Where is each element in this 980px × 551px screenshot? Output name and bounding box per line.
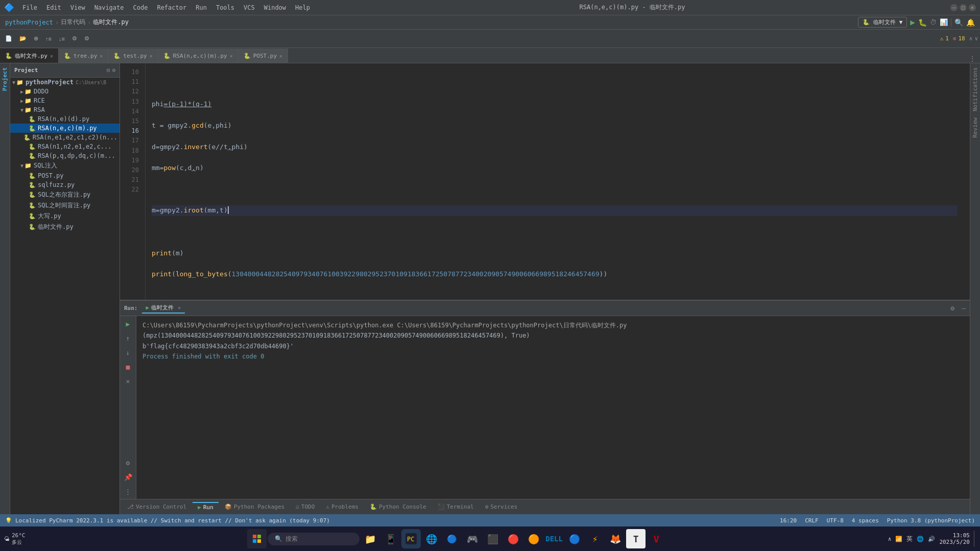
- editor-content[interactable]: 10 11 12 13 14 15 16 17 18 19 20 21 22 p…: [120, 63, 970, 300]
- tree-item-sqlboolean[interactable]: 🐍 SQL之布尔盲注.py: [10, 189, 119, 200]
- menu-navigate[interactable]: Navigate: [90, 3, 128, 12]
- toolbar-settings[interactable]: ⚙: [69, 34, 80, 43]
- toolbar-new-file[interactable]: 📄: [2, 34, 15, 43]
- minimize-button[interactable]: —: [950, 4, 958, 11]
- taskbar-pycharm[interactable]: PC: [401, 529, 421, 548]
- run-tab-close[interactable]: ✕: [178, 305, 181, 310]
- tab-post[interactable]: 🐍 POST.py ✕: [238, 49, 288, 63]
- scroll-down-icon[interactable]: ∨: [974, 35, 978, 42]
- menu-help[interactable]: Help: [291, 3, 314, 12]
- tab-tree[interactable]: 🐍 tree.py ✕: [59, 49, 108, 63]
- scroll-up-icon[interactable]: ∧: [969, 35, 973, 42]
- close-button[interactable]: ✕: [969, 4, 976, 11]
- tree-item-rsa-ne1e2[interactable]: 🐍 RSA(n,e1,e2,c1,c2)(n...: [10, 133, 119, 142]
- tab-linshibenjian[interactable]: 🐍 临时文件.py ✕: [0, 49, 59, 63]
- menu-vcs[interactable]: VCS: [240, 3, 259, 12]
- tree-item-sqltime[interactable]: 🐍 SQL之时间盲注.py: [10, 200, 119, 211]
- maximize-button[interactable]: □: [960, 4, 967, 11]
- tab-todo[interactable]: ☑ TODO: [291, 502, 320, 511]
- review-side-icon[interactable]: Review: [972, 115, 978, 140]
- charset-status[interactable]: UTF-8: [827, 517, 844, 524]
- tab-version-control[interactable]: ⎇ Version Control: [122, 502, 192, 511]
- debug-button[interactable]: 🐛: [918, 18, 927, 27]
- search-everywhere-button[interactable]: 🔍: [954, 18, 963, 27]
- coverage-button[interactable]: ⏱: [930, 18, 937, 26]
- taskbar-chrome[interactable]: 🔵: [442, 529, 462, 548]
- stop-button[interactable]: ■: [123, 361, 134, 372]
- toolbar-structure[interactable]: ⊕: [31, 34, 41, 43]
- breadcrumb-folder[interactable]: 日常代码: [61, 18, 85, 27]
- weather-widget[interactable]: 🌤 26°C 多云: [4, 532, 26, 546]
- toolbar-open[interactable]: 📂: [16, 34, 30, 43]
- menu-window[interactable]: Window: [260, 3, 290, 12]
- toolbar-gear[interactable]: ⚙: [81, 34, 92, 43]
- indent-status[interactable]: 4 spaces: [852, 517, 879, 524]
- tab-overflow-button[interactable]: ⋮: [965, 55, 980, 63]
- code-editor[interactable]: phi=(p-1)*(q-1) t = gmpy2.gcd(e,phi) d=g…: [146, 63, 964, 300]
- tree-item-temp[interactable]: 🐍 临时文件.py: [10, 222, 119, 232]
- taskbar-app8[interactable]: 🔴: [504, 529, 523, 548]
- tree-item-rsa-pq[interactable]: 🐍 RSA(p,q,dp,dq,c)(m...: [10, 151, 119, 160]
- toolbar-indent-up[interactable]: ↑≡: [42, 34, 55, 43]
- sidebar-project-icon[interactable]: Project: [1, 65, 9, 93]
- tab-close-4[interactable]: ✕: [279, 53, 282, 59]
- tree-item-rce[interactable]: ▶ 📁 RCE: [10, 96, 119, 105]
- scroll-up-run[interactable]: ↑: [123, 332, 134, 344]
- profile-button[interactable]: 📊: [940, 18, 948, 26]
- project-tree-collapse[interactable]: ⊟: [107, 67, 110, 74]
- taskbar-app12[interactable]: ⚡: [585, 529, 605, 548]
- tab-terminal[interactable]: ⬛ Terminal: [433, 502, 479, 511]
- tab-close-0[interactable]: ✕: [50, 53, 53, 59]
- scroll-down-run[interactable]: ↓: [123, 347, 134, 358]
- tab-run[interactable]: ▶ Run: [193, 502, 219, 512]
- taskbar-app11[interactable]: 🔵: [565, 529, 584, 548]
- menu-edit[interactable]: Edit: [42, 3, 65, 12]
- tab-rsa[interactable]: 🐍 RSA(n,e,c)(m).py ✕: [158, 49, 238, 63]
- warning-count[interactable]: ⚠ 1 ⊗ 18 ∧ ∨: [940, 35, 978, 42]
- menu-view[interactable]: View: [66, 3, 89, 12]
- tree-item-rsa-ned[interactable]: 🐍 RSA(n,e)(d).py: [10, 114, 119, 124]
- tab-python-console[interactable]: 🐍 Python Console: [365, 502, 432, 511]
- taskbar-file-explorer[interactable]: 📁: [361, 529, 380, 548]
- line-col-status[interactable]: 16:20: [780, 517, 797, 524]
- toolbar-indent-down[interactable]: ↓≡: [56, 34, 68, 43]
- tree-item-rsa-n1n2[interactable]: 🐍 RSA(n1,n2,e1,e2,c...: [10, 142, 119, 151]
- tab-python-packages[interactable]: 📦 Python Packages: [220, 502, 290, 511]
- taskbar-search[interactable]: 🔍 搜索: [268, 533, 360, 545]
- show-desktop[interactable]: [974, 531, 976, 547]
- tray-volume[interactable]: 🔊: [928, 536, 935, 542]
- taskbar-app14[interactable]: T: [626, 529, 646, 548]
- tab-services[interactable]: ⚙ Services: [480, 502, 523, 511]
- pin-run[interactable]: 📌: [123, 471, 134, 483]
- tray-lang[interactable]: 英: [906, 535, 913, 543]
- breadcrumb-project[interactable]: pythonProject: [5, 19, 53, 26]
- close-run-panel[interactable]: ✕: [123, 375, 134, 387]
- tray-wifi[interactable]: 📶: [895, 536, 902, 542]
- run-tab-tempfile[interactable]: ▶ 临时文件 ✕: [142, 303, 185, 314]
- taskbar-app15[interactable]: V: [647, 529, 666, 548]
- taskbar-edge[interactable]: 🌐: [422, 529, 441, 548]
- run-button[interactable]: ▶: [910, 17, 915, 27]
- settings-run[interactable]: ⚙: [123, 457, 134, 468]
- tab-test[interactable]: 🐍 test.py ✕: [108, 49, 158, 63]
- notifications-button[interactable]: 🔔: [966, 18, 975, 27]
- start-button[interactable]: [247, 529, 267, 548]
- tree-item-sql[interactable]: ▼ 📁 SQL注入: [10, 160, 119, 171]
- run-panel-settings[interactable]: ⚙: [950, 304, 954, 312]
- tree-item-capitalize[interactable]: 🐍 大写.py: [10, 211, 119, 222]
- tray-network[interactable]: 🌐: [917, 536, 924, 542]
- taskbar-firefox[interactable]: 🦊: [606, 529, 625, 548]
- menu-tools[interactable]: Tools: [212, 3, 238, 12]
- tab-close-2[interactable]: ✕: [150, 53, 153, 59]
- taskbar-app6[interactable]: 🎮: [463, 529, 482, 548]
- tree-item-post[interactable]: 🐍 POST.py: [10, 171, 119, 180]
- menu-file[interactable]: File: [18, 3, 41, 12]
- taskbar-dell[interactable]: DELL: [544, 529, 564, 548]
- menu-refactor[interactable]: Refactor: [153, 3, 190, 12]
- taskbar-terminal[interactable]: ⬛: [483, 529, 503, 548]
- more-run[interactable]: ⋮: [123, 486, 134, 497]
- tray-overflow[interactable]: ∧: [888, 536, 892, 542]
- system-clock[interactable]: 13:05 2023/5/20: [939, 532, 970, 545]
- project-settings[interactable]: ⚙: [112, 67, 115, 74]
- tree-item-sqlfuzz[interactable]: 🐍 sqlfuzz.py: [10, 180, 119, 189]
